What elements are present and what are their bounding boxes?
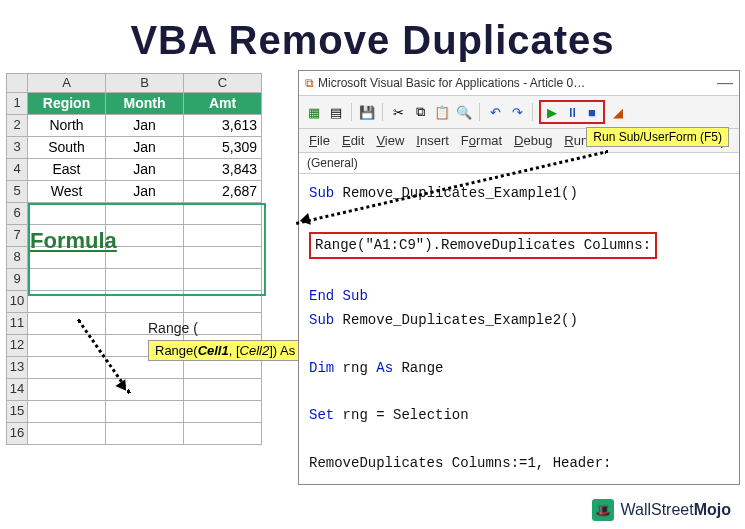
brand-logo: 🎩 WallStreetMojo	[592, 499, 731, 521]
cell[interactable]	[28, 291, 106, 313]
code-pane[interactable]: Sub Remove_Duplicates_Example1() Range("…	[299, 174, 739, 484]
cell[interactable]	[184, 269, 262, 291]
stop-icon[interactable]: ■	[583, 103, 601, 121]
cell[interactable]	[106, 247, 184, 269]
row-hdr[interactable]: 12	[6, 335, 28, 357]
cell[interactable]: Jan	[106, 159, 184, 181]
cell[interactable]	[28, 379, 106, 401]
cell[interactable]	[106, 225, 184, 247]
col-hdr-b[interactable]: B	[106, 73, 184, 93]
cell[interactable]: Amt	[184, 93, 262, 115]
cell[interactable]	[28, 423, 106, 445]
col-hdr-c[interactable]: C	[184, 73, 262, 93]
cell[interactable]	[184, 423, 262, 445]
vba-app-icon: ⧉	[305, 76, 314, 90]
vba-titlebar[interactable]: ⧉ Microsoft Visual Basic for Application…	[299, 71, 739, 96]
row-hdr[interactable]: 5	[6, 181, 28, 203]
menu-debug[interactable]: Debug	[514, 133, 552, 148]
menu-insert[interactable]: Insert	[416, 133, 449, 148]
menu-view[interactable]: View	[376, 133, 404, 148]
cell[interactable]	[106, 203, 184, 225]
row-hdr[interactable]: 15	[6, 401, 28, 423]
cut-icon[interactable]: ✂	[389, 103, 407, 121]
cell[interactable]: 5,309	[184, 137, 262, 159]
highlighted-code-line: Range("A1:C9").RemoveDuplicates Columns:	[309, 232, 657, 260]
cell[interactable]	[184, 291, 262, 313]
col-hdr-a[interactable]: A	[28, 73, 106, 93]
menu-file[interactable]: File	[309, 133, 330, 148]
cell[interactable]	[184, 379, 262, 401]
cell[interactable]	[184, 247, 262, 269]
row-hdr[interactable]: 1	[6, 93, 28, 115]
cell[interactable]	[28, 313, 106, 335]
row-hdr[interactable]: 4	[6, 159, 28, 181]
menu-edit[interactable]: Edit	[342, 133, 364, 148]
cell[interactable]: Region	[28, 93, 106, 115]
excel-icon[interactable]: ▦	[305, 103, 323, 121]
cell[interactable]	[184, 225, 262, 247]
cell[interactable]: Jan	[106, 181, 184, 203]
save-icon[interactable]: 💾	[358, 103, 376, 121]
cell[interactable]	[106, 269, 184, 291]
run-icon[interactable]: ▶	[543, 103, 561, 121]
cell[interactable]: West	[28, 181, 106, 203]
cell[interactable]: Month	[106, 93, 184, 115]
insert-module-icon[interactable]: ▤	[327, 103, 345, 121]
page-title: VBA Remove Duplicates	[0, 0, 745, 73]
design-mode-icon[interactable]: ◢	[609, 103, 627, 121]
cell[interactable]: 2,687	[184, 181, 262, 203]
find-icon[interactable]: 🔍	[455, 103, 473, 121]
cell[interactable]: Jan	[106, 115, 184, 137]
row-hdr[interactable]: 11	[6, 313, 28, 335]
row-hdr[interactable]: 13	[6, 357, 28, 379]
cell[interactable]: 3,613	[184, 115, 262, 137]
cell[interactable]: 3,843	[184, 159, 262, 181]
pause-icon[interactable]: ⏸	[563, 103, 581, 121]
row-hdr[interactable]: 2	[6, 115, 28, 137]
cell[interactable]	[106, 401, 184, 423]
cell[interactable]: Jan	[106, 137, 184, 159]
cell[interactable]: South	[28, 137, 106, 159]
undo-icon[interactable]: ↶	[486, 103, 504, 121]
menu-run[interactable]: Run	[564, 133, 588, 148]
vba-title-text: Microsoft Visual Basic for Applications …	[318, 76, 585, 90]
vba-editor-window: ⧉ Microsoft Visual Basic for Application…	[298, 70, 740, 485]
select-all-corner[interactable]	[6, 73, 28, 93]
cell[interactable]	[28, 401, 106, 423]
copy-icon[interactable]: ⧉	[411, 103, 429, 121]
logo-icon: 🎩	[592, 499, 614, 521]
cell[interactable]	[106, 423, 184, 445]
row-hdr[interactable]: 3	[6, 137, 28, 159]
cell[interactable]	[184, 401, 262, 423]
row-hdr[interactable]: 6	[6, 203, 28, 225]
row-hdr[interactable]: 14	[6, 379, 28, 401]
spreadsheet: A B C 1 Region Month Amt 2 North Jan 3,6…	[6, 73, 262, 445]
cell[interactable]	[28, 269, 106, 291]
row-hdr[interactable]: 9	[6, 269, 28, 291]
row-hdr[interactable]: 7	[6, 225, 28, 247]
menu-format[interactable]: Format	[461, 133, 502, 148]
cell[interactable]: East	[28, 159, 106, 181]
cell[interactable]	[106, 291, 184, 313]
formula-heading: Formula	[30, 228, 117, 254]
formula-input-text[interactable]: Range (	[148, 320, 198, 336]
paste-icon[interactable]: 📋	[433, 103, 451, 121]
vba-toolbar: ▦ ▤ 💾 ✂ ⧉ 📋 🔍 ↶ ↷ ▶ ⏸ ■ ◢	[299, 96, 739, 129]
minimize-icon[interactable]: —	[717, 74, 733, 92]
cell[interactable]	[28, 357, 106, 379]
row-hdr[interactable]: 8	[6, 247, 28, 269]
row-hdr[interactable]: 16	[6, 423, 28, 445]
redo-icon[interactable]: ↷	[508, 103, 526, 121]
run-tooltip: Run Sub/UserForm (F5)	[586, 127, 729, 147]
run-controls-group: ▶ ⏸ ■	[539, 100, 605, 124]
cell[interactable]	[184, 203, 262, 225]
cell[interactable]: North	[28, 115, 106, 137]
cell[interactable]	[28, 203, 106, 225]
row-hdr[interactable]: 10	[6, 291, 28, 313]
